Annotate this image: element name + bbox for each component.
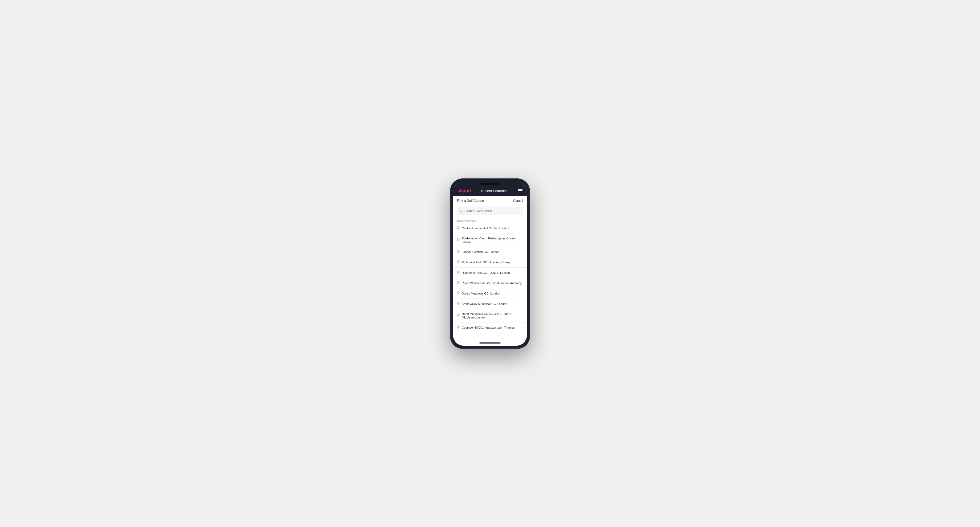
svg-line-1 — [462, 211, 463, 212]
course-name: Royal Wimbledon GC, Great London Authori… — [462, 281, 522, 285]
list-item[interactable]: North Middlesex GC (1011942 - North Midd… — [453, 309, 527, 322]
pin-icon — [457, 325, 460, 330]
phone-notch — [453, 182, 527, 185]
list-item[interactable]: Royal Wimbledon GC, Great London Authori… — [453, 278, 527, 288]
course-name: Central London Golf Centre, London — [462, 226, 509, 230]
pin-icon — [457, 270, 460, 275]
search-container — [453, 205, 527, 217]
pin-icon — [457, 291, 460, 296]
course-name: London Scottish GC, London — [462, 250, 500, 254]
course-name: Richmond Park GC - Duke's, London — [462, 271, 510, 275]
phone-frame: clippd Recent Searches Find a Golf Cours… — [450, 178, 530, 349]
cancel-button[interactable]: Cancel — [513, 199, 523, 203]
list-item[interactable]: Central London Golf Centre, London — [453, 224, 527, 234]
app-logo: clippd — [458, 188, 471, 194]
course-name: Roehampton Club - Roehampton, Greater Lo… — [462, 237, 523, 244]
pin-icon — [457, 302, 460, 306]
list-item[interactable]: Richmond Park GC - Prince's, Surrey — [453, 257, 527, 268]
course-name: Brent Valley Municipal GC, London — [462, 302, 507, 306]
course-name: Coombe Hill GC, Kingston upon Thames — [462, 326, 515, 329]
find-label: Find a Golf Course — [457, 199, 484, 203]
main-content: Find a Golf Course Cancel Nearby courses — [453, 196, 527, 341]
pin-icon — [457, 249, 460, 254]
home-indicator — [453, 341, 527, 346]
header-title: Recent Searches — [481, 189, 508, 193]
find-bar: Find a Golf Course Cancel — [453, 196, 527, 205]
course-name: Richmond Park GC - Prince's, Surrey — [462, 260, 510, 264]
course-name: Dukes Meadows GC, London — [462, 292, 500, 295]
menu-icon[interactable] — [518, 189, 522, 192]
pin-icon — [457, 313, 460, 318]
pin-icon — [457, 281, 460, 286]
list-item[interactable]: Roehampton Club - Roehampton, Greater Lo… — [453, 234, 527, 247]
course-name: North Middlesex GC (1011942 - North Midd… — [462, 312, 523, 319]
app-header: clippd Recent Searches — [453, 185, 527, 196]
list-item[interactable]: London Scottish GC, London — [453, 247, 527, 257]
search-input[interactable] — [465, 209, 520, 213]
list-item[interactable]: Brent Valley Municipal GC, London — [453, 299, 527, 309]
nearby-label: Nearby courses — [453, 217, 527, 224]
search-icon — [460, 209, 463, 214]
pin-icon — [457, 260, 460, 265]
course-list: Central London Golf Centre, London Roeha… — [453, 224, 527, 341]
list-item[interactable]: Coombe Hill GC, Kingston upon Thames — [453, 322, 527, 333]
pin-icon — [457, 238, 460, 243]
search-box — [457, 207, 523, 215]
phone-screen: clippd Recent Searches Find a Golf Cours… — [453, 182, 527, 346]
list-item[interactable]: Richmond Park GC - Duke's, London — [453, 268, 527, 278]
pin-icon — [457, 226, 460, 231]
list-item[interactable]: Dukes Meadows GC, London — [453, 288, 527, 299]
